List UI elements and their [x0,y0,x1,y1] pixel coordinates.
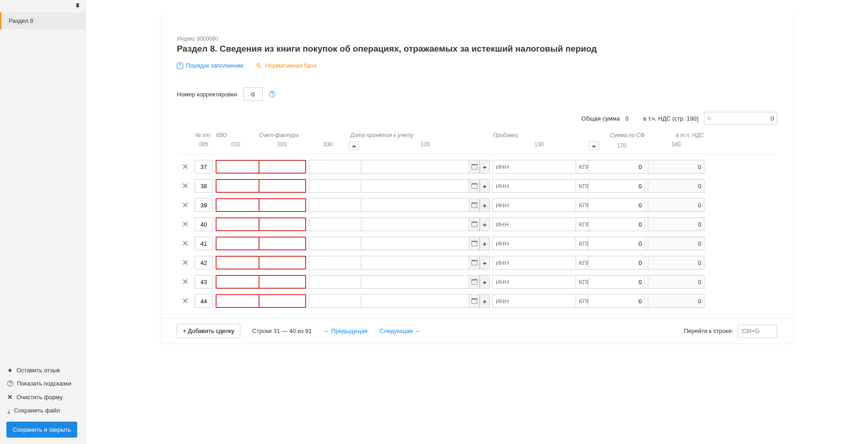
npn-input[interactable] [195,237,213,250]
correction-label: Номер корректировки [177,91,237,98]
npn-input[interactable] [195,256,213,270]
calendar-button[interactable] [469,160,480,174]
sum-input[interactable] [588,160,645,174]
npn-input[interactable] [195,179,213,193]
invoice-input[interactable] [259,256,306,270]
table-row: ✕⋯++ [177,198,777,212]
nds-input[interactable] [648,217,704,231]
show-hints-link[interactable]: ? Показать подсказки [0,377,85,390]
accept-date-input[interactable] [361,256,469,270]
norm-base-link[interactable]: Нормативная база [256,62,316,69]
sum-input[interactable] [588,294,645,308]
invoice-input[interactable] [259,275,306,289]
inn-input[interactable] [492,256,576,270]
question-square-icon [177,63,183,69]
add-accept-date-button[interactable]: + [480,160,490,174]
calendar-button[interactable] [469,237,480,250]
nds-input[interactable] [648,198,704,212]
expand-col-130-button[interactable]: ◂▸ [589,141,599,150]
calendar-button[interactable] [469,198,480,212]
add-accept-date-button[interactable]: + [480,179,490,193]
expand-col-030-button[interactable]: ◂▸ [349,141,359,150]
correction-input[interactable] [243,87,263,101]
invoice-input[interactable] [259,179,306,193]
nds-input[interactable] [648,275,704,289]
nds-input[interactable] [648,160,704,174]
grid: № п/п КВО Счет-фактура Дата принятия к у… [177,132,777,308]
goto-label: Перейти к строке: [684,328,733,334]
invoice-input[interactable] [259,237,306,250]
delete-row-button[interactable]: ✕ [177,238,193,248]
delete-row-button[interactable]: ✕ [177,296,193,306]
nds-total-field[interactable]: fx 0 [704,112,777,125]
npn-input[interactable] [195,160,213,174]
sum-input[interactable] [588,198,645,212]
add-accept-date-button[interactable]: + [480,275,490,289]
save-file-link[interactable]: ↓ Сохранить файл [0,404,85,417]
fill-order-link[interactable]: Порядок заполнения [177,62,243,69]
sum-input[interactable] [588,237,645,250]
calendar-button[interactable] [469,179,480,193]
sum-input[interactable] [588,217,645,231]
next-page-link[interactable]: Следующая → [380,328,420,334]
delete-row-button[interactable]: ✕ [177,277,193,287]
add-accept-date-button[interactable]: + [480,294,490,308]
sidebar-item-section8[interactable]: Раздел 8 [0,12,85,29]
delete-row-button[interactable]: ✕ [177,162,193,172]
calendar-button[interactable] [469,256,480,270]
leave-review-link[interactable]: ★ Оставить отзыв [0,364,85,377]
calendar-icon [471,260,477,265]
inn-input[interactable] [492,217,576,231]
inn-input[interactable] [492,179,576,193]
info-icon[interactable]: ? [269,91,275,97]
accept-date-input[interactable] [361,160,469,174]
delete-row-button[interactable]: ✕ [177,181,193,191]
pin-icon[interactable] [74,3,81,9]
add-accept-date-button[interactable]: + [480,198,490,212]
add-accept-date-button[interactable]: + [480,256,490,270]
delete-row-button[interactable]: ✕ [177,200,193,210]
invoice-input[interactable] [259,217,306,231]
calendar-icon [471,183,477,189]
nds-input[interactable] [648,256,704,270]
nds-input[interactable] [648,179,704,193]
inn-input[interactable] [492,160,576,174]
nds-input[interactable] [648,294,704,308]
accept-date-input[interactable] [361,217,469,231]
nds-input[interactable] [648,237,704,250]
inn-input[interactable] [492,237,576,250]
npn-input[interactable] [195,275,213,289]
goto-input[interactable] [738,325,777,338]
prev-page-link[interactable]: ← Предыдущая [324,328,368,334]
pager-range: Строки 31 — 40 из 91 [252,328,312,334]
inn-input[interactable] [492,275,576,289]
add-accept-date-button[interactable]: + [480,237,490,250]
inn-input[interactable] [492,198,576,212]
invoice-input[interactable] [259,198,306,212]
calendar-button[interactable] [469,217,480,231]
npn-input[interactable] [195,294,213,308]
accept-date-input[interactable] [361,275,469,289]
inn-input[interactable] [492,294,576,308]
sum-input[interactable] [588,275,645,289]
add-deal-button[interactable]: + Добавить сделку [177,324,240,338]
calendar-button[interactable] [469,275,480,289]
npn-input[interactable] [195,217,213,231]
sum-input[interactable] [588,256,645,270]
accept-date-input[interactable] [361,237,469,250]
invoice-input[interactable] [259,294,306,308]
index-label: Индекс 0000080 [177,36,777,42]
add-accept-date-button[interactable]: + [480,217,490,231]
npn-input[interactable] [195,198,213,212]
clear-form-link[interactable]: ✕ Очистить форму [0,390,85,404]
accept-date-input[interactable] [361,179,469,193]
accept-date-input[interactable] [361,294,469,308]
accept-date-input[interactable] [361,198,469,212]
table-row: ✕⋯++ [177,256,777,270]
sum-input[interactable] [588,179,645,193]
save-close-button[interactable]: Сохранить и закрыть [6,422,77,438]
invoice-input[interactable] [259,160,306,174]
calendar-button[interactable] [469,294,480,308]
delete-row-button[interactable]: ✕ [177,219,193,229]
delete-row-button[interactable]: ✕ [177,258,193,268]
